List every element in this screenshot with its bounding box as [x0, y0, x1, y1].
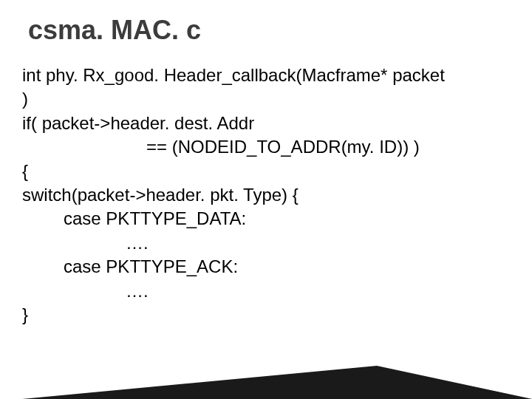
code-block: int phy. Rx_good. Header_callback(Macfra… — [22, 64, 510, 327]
code-line-1: int phy. Rx_good. Header_callback(Macfra… — [22, 64, 510, 87]
code-line-2: ) — [22, 87, 510, 111]
code-line-9: case PKTTYPE_ACK: — [22, 255, 510, 279]
code-line-10: …. — [22, 279, 510, 303]
svg-marker-0 — [74, 371, 532, 399]
code-line-3: if( packet->header. dest. Addr — [22, 112, 510, 135]
svg-marker-1 — [22, 366, 532, 399]
code-line-11: } — [22, 303, 510, 327]
code-line-8: …. — [22, 231, 510, 255]
code-line-4: == (NODEID_TO_ADDR(my. ID)) ) — [22, 135, 510, 159]
code-line-5: { — [22, 160, 510, 183]
code-line-6: switch(packet->header. pkt. Type) { — [22, 183, 510, 207]
decorative-bottom-shape — [0, 340, 532, 399]
slide-container: csma. MAC. c int phy. Rx_good. Header_ca… — [0, 0, 532, 399]
slide-title: csma. MAC. c — [28, 15, 510, 46]
code-line-7: case PKTTYPE_DATA: — [22, 207, 510, 231]
